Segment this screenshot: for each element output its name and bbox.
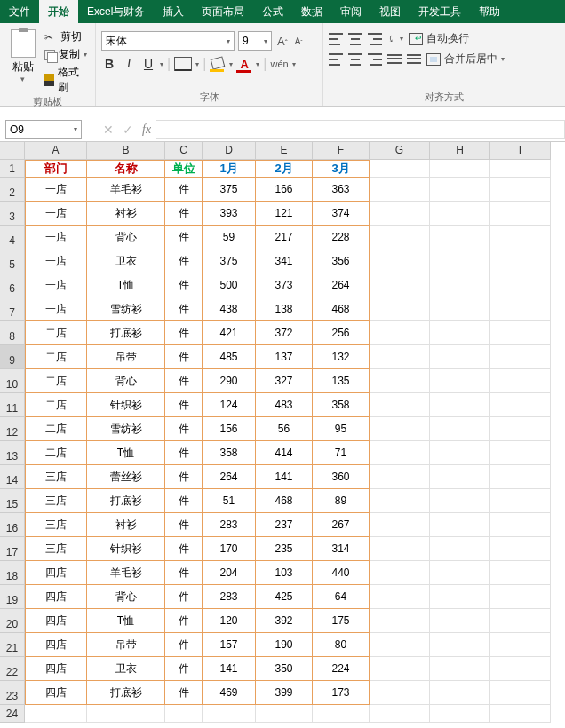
cell[interactable]: 350 bbox=[256, 657, 313, 681]
cell[interactable]: 440 bbox=[313, 561, 370, 585]
menu-formula[interactable]: 公式 bbox=[253, 0, 292, 23]
cell[interactable]: 156 bbox=[203, 417, 256, 441]
cell[interactable] bbox=[490, 417, 551, 441]
cell[interactable]: 469 bbox=[203, 681, 256, 705]
cell[interactable]: 背心 bbox=[87, 226, 165, 249]
cell[interactable]: 件 bbox=[165, 465, 203, 489]
cell[interactable] bbox=[370, 537, 430, 561]
row-header[interactable]: 10 bbox=[0, 369, 25, 393]
cell[interactable] bbox=[490, 297, 551, 321]
cell[interactable] bbox=[490, 226, 551, 249]
cell[interactable]: 1月 bbox=[203, 160, 256, 178]
cell[interactable]: 314 bbox=[313, 537, 370, 561]
cell[interactable]: T恤 bbox=[87, 441, 165, 465]
cell[interactable]: 373 bbox=[256, 273, 313, 297]
cell[interactable] bbox=[370, 513, 430, 537]
cell[interactable]: 件 bbox=[165, 297, 203, 321]
cell[interactable] bbox=[313, 705, 370, 723]
cell[interactable]: 件 bbox=[165, 537, 203, 561]
cell[interactable]: 356 bbox=[313, 249, 370, 273]
wrap-text-button[interactable]: 自动换行 bbox=[409, 31, 469, 46]
cell[interactable] bbox=[490, 345, 551, 369]
column-header-I[interactable]: I bbox=[490, 142, 551, 160]
cell[interactable]: 485 bbox=[203, 345, 256, 369]
column-header-H[interactable]: H bbox=[430, 142, 490, 160]
cell[interactable]: 421 bbox=[203, 321, 256, 345]
cell[interactable]: 217 bbox=[256, 226, 313, 249]
column-header-D[interactable]: D bbox=[203, 142, 256, 160]
cell[interactable]: 2月 bbox=[256, 160, 313, 178]
cell[interactable] bbox=[430, 513, 490, 537]
row-header[interactable]: 23 bbox=[0, 681, 25, 705]
merge-cells-button[interactable]: 合并后居中 ▾ bbox=[426, 51, 505, 67]
font-size-select[interactable]: 9 ▾ bbox=[238, 31, 272, 51]
menu-review[interactable]: 审阅 bbox=[331, 0, 370, 23]
cell[interactable] bbox=[430, 249, 490, 273]
cell[interactable]: 四店 bbox=[25, 609, 87, 633]
cell[interactable]: 三店 bbox=[25, 537, 87, 561]
cell[interactable]: 件 bbox=[165, 273, 203, 297]
row-header[interactable]: 15 bbox=[0, 489, 25, 513]
cell[interactable]: 228 bbox=[313, 226, 370, 249]
cell[interactable]: 399 bbox=[256, 681, 313, 705]
cell[interactable]: 264 bbox=[203, 465, 256, 489]
menu-excel-finance[interactable]: Excel与财务 bbox=[78, 0, 154, 23]
cell[interactable]: 59 bbox=[203, 226, 256, 249]
cell[interactable]: 单位 bbox=[165, 160, 203, 178]
row-header[interactable]: 19 bbox=[0, 585, 25, 609]
cell[interactable] bbox=[430, 273, 490, 297]
cell[interactable]: 件 bbox=[165, 417, 203, 441]
cell[interactable]: 吊带 bbox=[87, 345, 165, 369]
cell[interactable]: 170 bbox=[203, 537, 256, 561]
cell[interactable]: 124 bbox=[203, 393, 256, 417]
cell[interactable] bbox=[430, 393, 490, 417]
cell[interactable]: 四店 bbox=[25, 585, 87, 609]
cell[interactable] bbox=[490, 441, 551, 465]
cell[interactable]: 卫衣 bbox=[87, 657, 165, 681]
cell[interactable]: 衬衫 bbox=[87, 513, 165, 537]
menu-page-layout[interactable]: 页面布局 bbox=[193, 0, 253, 23]
cell[interactable]: 件 bbox=[165, 681, 203, 705]
cell[interactable]: 打底衫 bbox=[87, 681, 165, 705]
phonetic-button[interactable]: wén bbox=[270, 59, 288, 69]
cell[interactable]: 80 bbox=[313, 633, 370, 657]
bold-button[interactable]: B bbox=[101, 57, 117, 71]
cell[interactable] bbox=[370, 273, 430, 297]
row-header[interactable]: 18 bbox=[0, 561, 25, 585]
align-middle-button[interactable] bbox=[348, 33, 362, 45]
cell[interactable]: 375 bbox=[203, 178, 256, 202]
cell[interactable]: 89 bbox=[313, 489, 370, 513]
increase-font-button[interactable]: Aˆ bbox=[275, 35, 290, 48]
cell[interactable]: 256 bbox=[313, 321, 370, 345]
cell[interactable] bbox=[370, 321, 430, 345]
row-header[interactable]: 7 bbox=[0, 297, 25, 321]
row-header[interactable]: 14 bbox=[0, 465, 25, 489]
cell[interactable]: 51 bbox=[203, 489, 256, 513]
cell[interactable]: 375 bbox=[203, 249, 256, 273]
cell[interactable] bbox=[490, 202, 551, 226]
cell[interactable] bbox=[430, 489, 490, 513]
cell[interactable] bbox=[490, 249, 551, 273]
cell[interactable]: 卫衣 bbox=[87, 249, 165, 273]
cell[interactable]: 二店 bbox=[25, 345, 87, 369]
cell[interactable]: 393 bbox=[203, 202, 256, 226]
cell[interactable] bbox=[370, 633, 430, 657]
cell[interactable]: 一店 bbox=[25, 226, 87, 249]
paste-button[interactable]: 粘贴 ▾ bbox=[5, 26, 41, 83]
cell[interactable] bbox=[430, 681, 490, 705]
column-header-A[interactable]: A bbox=[25, 142, 87, 160]
cell[interactable] bbox=[430, 441, 490, 465]
cell[interactable] bbox=[256, 705, 313, 723]
cell[interactable]: 雪纺衫 bbox=[87, 417, 165, 441]
cell[interactable] bbox=[430, 465, 490, 489]
column-header-C[interactable]: C bbox=[165, 142, 203, 160]
cell[interactable]: 121 bbox=[256, 202, 313, 226]
cell[interactable]: 件 bbox=[165, 585, 203, 609]
cell[interactable] bbox=[490, 465, 551, 489]
cell[interactable]: 141 bbox=[256, 465, 313, 489]
column-header-E[interactable]: E bbox=[256, 142, 313, 160]
cell[interactable]: 204 bbox=[203, 561, 256, 585]
row-header[interactable]: 6 bbox=[0, 273, 25, 297]
cell[interactable]: 三店 bbox=[25, 465, 87, 489]
cell[interactable]: 二店 bbox=[25, 393, 87, 417]
